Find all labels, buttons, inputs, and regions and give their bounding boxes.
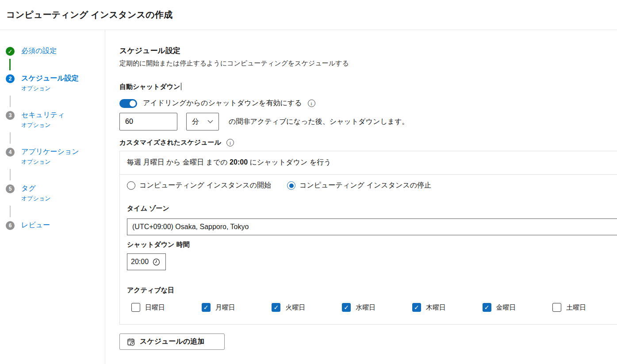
checkbox-icon[interactable]: ✓ [202, 303, 211, 312]
check-icon: ✓ [414, 304, 419, 310]
idle-minutes-input[interactable] [119, 113, 177, 130]
info-icon[interactable]: i [226, 139, 234, 146]
step-label[interactable]: セキュリティ [21, 111, 65, 119]
radio-stop-label: コンピューティング インスタンスの停止 [299, 181, 431, 190]
calendar-clock-icon [126, 337, 135, 346]
step-number-badge: 2 [6, 74, 15, 83]
sidebar-step-review[interactable]: 6 レビュー [6, 220, 105, 230]
sidebar-step-security[interactable]: 3 セキュリティ オプション [6, 110, 105, 129]
clock-icon[interactable] [152, 258, 161, 266]
sidebar-step-applications[interactable]: 4 アプリケーション オプション [6, 147, 105, 166]
day-label: 木曜日 [426, 303, 446, 312]
day-checkbox-monday[interactable]: ✓ 月曜日 [202, 303, 272, 312]
schedule-card: 毎週 月曜日 から 金曜日 までの 20:00 にシャットダウン を行う コンピ… [119, 151, 617, 325]
step-label[interactable]: タグ [21, 184, 36, 192]
day-checkbox-sunday[interactable]: ✓ 日曜日 [131, 303, 202, 312]
day-label: 水曜日 [356, 303, 376, 312]
schedule-summary-time: 20:00 [230, 158, 248, 166]
dialog-header: コンピューティング インスタンスの作成 [0, 0, 617, 30]
sidebar-step-tags[interactable]: 5 タグ オプション [6, 184, 105, 203]
check-icon: ✓ [484, 304, 490, 310]
checkbox-icon[interactable]: ✓ [272, 303, 280, 312]
timezone-select[interactable]: (UTC+09:00) Osaka, Sapporo, Tokyo [127, 218, 617, 235]
idle-shutdown-toggle-label: アイドリングからのシャットダウンを有効にする [143, 99, 302, 108]
check-icon: ✓ [344, 304, 349, 310]
step-optional-tag: オプション [21, 121, 65, 129]
section-heading: スケジュール設定 [119, 46, 617, 56]
wizard-stepper: ✓ 必須の設定 2 スケジュール設定 オプション 3 セキュリティ オプション … [0, 30, 105, 364]
shutdown-time-value: 20:00 [131, 258, 149, 266]
sidebar-step-required-settings[interactable]: ✓ 必須の設定 [6, 46, 105, 56]
step-connector [10, 169, 11, 180]
day-checkbox-saturday[interactable]: ✓ 土曜日 [552, 303, 617, 312]
day-checkbox-wednesday[interactable]: ✓ 水曜日 [342, 303, 412, 312]
step-number-badge: 5 [6, 184, 15, 193]
step-number-badge: 6 [6, 221, 15, 230]
auto-shutdown-label: 自動シャットダウン [119, 83, 180, 90]
idle-unit-value: 分 [192, 117, 199, 126]
page-title: コンピューティング インスタンスの作成 [6, 9, 172, 21]
radio-stop-instance[interactable]: コンピューティング インスタンスの停止 [287, 181, 431, 190]
schedule-summary: 毎週 月曜日 から 金曜日 までの 20:00 にシャットダウン を行う [120, 151, 617, 175]
day-label: 土曜日 [566, 303, 586, 312]
step-connector [10, 132, 11, 144]
active-days-group: ✓ 日曜日 ✓ 月曜日 ✓ 火曜日 ✓ 水曜日 [127, 303, 617, 312]
step-connector [10, 96, 11, 107]
step-label[interactable]: スケジュール設定 [21, 74, 79, 82]
step-label[interactable]: アプリケーション [21, 148, 79, 155]
checkbox-icon[interactable]: ✓ [483, 303, 491, 312]
day-label: 月曜日 [215, 303, 235, 312]
step-number-badge: 4 [6, 148, 15, 157]
day-checkbox-friday[interactable]: ✓ 金曜日 [483, 303, 553, 312]
day-checkbox-thursday[interactable]: ✓ 木曜日 [412, 303, 483, 312]
step-optional-tag: オプション [21, 195, 51, 203]
idle-suffix-text: の間非アクティブになった後、シャットダウンします。 [229, 117, 409, 126]
shutdown-time-label: シャットダウン 時間 [127, 241, 617, 249]
step-complete-check-icon: ✓ [6, 47, 15, 56]
step-optional-tag: オプション [21, 158, 79, 166]
active-days-label: アクティブな日 [127, 286, 617, 295]
check-icon: ✓ [274, 304, 279, 310]
step-label[interactable]: レビュー [21, 221, 50, 229]
section-description: 定期的に開始または停止するようにコンピューティングをスケジュールする [119, 59, 617, 68]
shutdown-time-input[interactable]: 20:00 [127, 253, 166, 270]
day-label: 日曜日 [145, 303, 165, 312]
step-number-badge: 3 [6, 111, 15, 120]
checkbox-icon[interactable]: ✓ [412, 303, 421, 312]
timezone-label: タイム ゾーン [127, 204, 617, 213]
day-checkbox-tuesday[interactable]: ✓ 火曜日 [272, 303, 342, 312]
idle-shutdown-toggle[interactable] [119, 99, 137, 108]
sidebar-step-schedule[interactable]: 2 スケジュール設定 オプション [6, 73, 105, 92]
radio-start-label: コンピューティング インスタンスの開始 [139, 181, 271, 190]
info-icon[interactable]: i [308, 100, 315, 107]
action-radio-group: コンピューティング インスタンスの開始 コンピューティング インスタンスの停止 [127, 181, 617, 190]
chevron-down-icon [207, 120, 213, 123]
add-schedule-button[interactable]: スケジュールの追加 [119, 333, 225, 350]
idle-unit-select[interactable]: 分 [186, 113, 219, 130]
checkbox-icon[interactable]: ✓ [552, 303, 561, 312]
checkbox-icon[interactable]: ✓ [342, 303, 351, 312]
custom-schedule-label: カスタマイズされたスケジュール [119, 138, 221, 147]
step-connector [10, 206, 11, 217]
checkbox-icon[interactable]: ✓ [131, 303, 140, 312]
radio-icon[interactable] [127, 181, 135, 190]
text-caret [181, 83, 181, 90]
check-icon: ✓ [203, 304, 209, 310]
day-label: 金曜日 [496, 303, 516, 312]
timezone-value: (UTC+09:00) Osaka, Sapporo, Tokyo [132, 223, 249, 231]
add-schedule-label: スケジュールの追加 [140, 337, 204, 346]
radio-start-instance[interactable]: コンピューティング インスタンスの開始 [127, 181, 271, 190]
step-connector [9, 59, 11, 70]
schedule-settings-panel: スケジュール設定 定期的に開始または停止するようにコンピューティングをスケジュー… [105, 30, 617, 364]
toggle-knob [130, 100, 136, 107]
day-label: 火曜日 [285, 303, 305, 312]
step-optional-tag: オプション [21, 84, 79, 92]
step-label[interactable]: 必須の設定 [21, 47, 57, 54]
radio-icon-selected[interactable] [287, 181, 295, 190]
